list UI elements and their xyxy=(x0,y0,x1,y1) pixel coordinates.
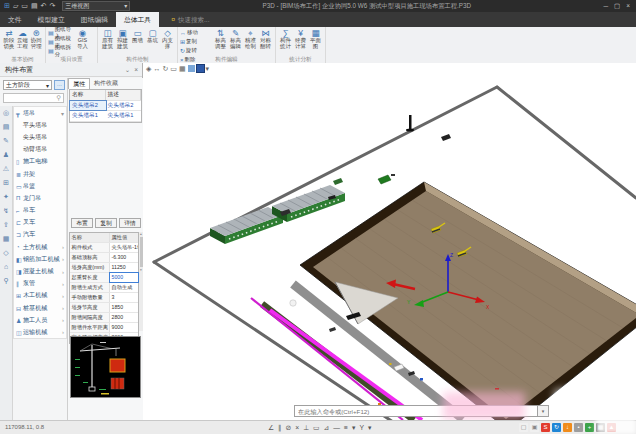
osnap-icon[interactable]: ∠ xyxy=(268,423,274,433)
ribbon-button[interactable]: ◉ GIS导入 xyxy=(75,28,90,55)
ribbon-button[interactable]: ▦ 平面图 xyxy=(308,28,323,55)
ribbon-small-button[interactable]: ↻ 旋转 xyxy=(180,46,199,55)
orbit-icon[interactable]: ↻ xyxy=(162,64,168,73)
osnap-icon[interactable]: ▾ xyxy=(368,423,371,433)
tree-item[interactable]: ⊐ 汽车 xyxy=(14,229,66,241)
tree-item[interactable]: ▭ 吊篮 xyxy=(14,180,66,192)
ribbon-button[interactable]: ◇ 内支撑 xyxy=(160,28,175,55)
osnap-icon[interactable]: ▾ xyxy=(352,423,355,433)
table-row[interactable]: 尖头塔吊1 尖头塔吊1 xyxy=(70,111,141,122)
ribbon-small-button[interactable]: ▤ 图纸拆分 xyxy=(48,46,75,55)
tree-item[interactable]: 平头塔吊 xyxy=(14,119,66,131)
open-file-icon[interactable]: ▭ xyxy=(21,1,28,11)
tree-item[interactable]: Π 龙门吊 xyxy=(14,192,66,204)
tray-icon[interactable]: ↻ xyxy=(552,423,561,432)
ribbon-button[interactable]: ⌖ 精准绘制 xyxy=(243,28,258,55)
tray-icon[interactable]: + xyxy=(585,423,594,432)
ribbon-button[interactable]: ✎ 标高编辑 xyxy=(228,28,243,55)
rail-icon[interactable]: ▤ xyxy=(3,120,10,134)
property-value[interactable]: 自动生成 xyxy=(110,283,138,292)
property-value[interactable]: 1850 xyxy=(110,303,138,312)
osnap-icon[interactable]: ⊿ xyxy=(324,423,330,433)
osnap-icon[interactable]: ▭ xyxy=(313,423,319,433)
osnap-icon[interactable]: ∥ xyxy=(278,423,281,433)
property-value[interactable]: 尖头塔吊-1塔 xyxy=(110,243,138,252)
green-panel[interactable] xyxy=(378,175,391,184)
rail-icon[interactable]: ⊞ xyxy=(3,176,9,190)
rail-icon[interactable]: ⌂ xyxy=(4,260,8,274)
osnap-icon[interactable]: ⊥ xyxy=(303,423,309,433)
save-icon[interactable]: ▤ xyxy=(31,1,38,11)
tree-item[interactable]: ▯ 施工电梯 xyxy=(14,156,66,168)
panel-collapse-icon[interactable]: ⌄ xyxy=(125,66,134,74)
ribbon-button[interactable]: ◫ 原有建筑 xyxy=(100,28,115,55)
ribbon-tab[interactable]: 图纸编辑 xyxy=(73,12,116,27)
tree-item[interactable]: ≣ 井架 xyxy=(14,168,66,180)
phase-selector-dropdown[interactable]: 土方阶段 ▾ xyxy=(3,80,52,90)
tab-favorites[interactable]: 构件收藏 xyxy=(90,78,122,89)
tree-item[interactable]: ◔ 土方机械 › xyxy=(14,241,66,253)
rail-icon[interactable]: ⚲ xyxy=(3,274,8,288)
flag-pole[interactable] xyxy=(406,115,414,132)
ribbon-button[interactable]: ⇅ 标高调整 xyxy=(213,28,228,55)
redo-icon[interactable]: ↷ xyxy=(49,1,55,11)
osnap-icon[interactable]: ≡ xyxy=(344,423,348,433)
phase-more-button[interactable]: ··· xyxy=(54,80,65,90)
action-button[interactable]: 复制 xyxy=(95,218,117,228)
osnap-icon[interactable]: Y xyxy=(359,423,364,433)
minimize-button[interactable]: ─ xyxy=(603,2,608,10)
tree-item[interactable]: 尖头塔吊 xyxy=(14,131,66,143)
rail-icon[interactable]: ⇪ xyxy=(3,218,9,232)
rail-icon[interactable]: ⚠ xyxy=(3,162,9,176)
tray-icon[interactable]: ▣ xyxy=(530,423,539,432)
ribbon-button[interactable]: ▭ 围墙 xyxy=(130,28,145,55)
view-2d-icon[interactable] xyxy=(188,65,195,72)
ribbon-button[interactable]: ¥ 经费计算 xyxy=(293,28,308,55)
small-dark-box[interactable] xyxy=(391,174,395,176)
tray-icon[interactable]: ↓ xyxy=(563,423,572,432)
ribbon-tab[interactable]: 文件 xyxy=(0,12,30,27)
tab-properties[interactable]: 属性 xyxy=(68,78,90,89)
action-button[interactable]: 布置 xyxy=(71,218,93,228)
tray-icon[interactable]: ▢ xyxy=(519,423,528,432)
ribbon-button[interactable]: ∑ 构件统计 xyxy=(278,28,293,55)
chevron-down-icon[interactable]: ▾ xyxy=(206,64,210,73)
ribbon-small-button[interactable]: ⊞ 复制 xyxy=(180,37,199,46)
ribbon-small-button[interactable]: ↔ 移动 xyxy=(180,28,199,37)
tree-item[interactable]: 动臂塔吊 xyxy=(14,144,66,156)
osnap-icon[interactable]: — xyxy=(333,423,340,433)
water-tank[interactable] xyxy=(290,300,296,306)
ribbon-button[interactable]: ⇄ 阶段切换 xyxy=(2,28,16,55)
ribbon-tab[interactable]: 总体工具 xyxy=(116,12,159,27)
osnap-icon[interactable]: × xyxy=(295,423,299,433)
tree-item[interactable]: ⊞ 木工机械 › xyxy=(14,290,66,302)
view-selector-dropdown[interactable]: 三维视图 ▾ xyxy=(62,1,130,11)
component-search-input[interactable]: ⚲ xyxy=(3,93,64,103)
property-value[interactable]: 5000 xyxy=(110,273,138,282)
ribbon-button[interactable]: ☁ 云端工程 xyxy=(16,28,30,55)
rail-icon[interactable]: ✦ xyxy=(3,190,9,204)
property-value[interactable]: 9000 xyxy=(110,323,138,332)
ribbon-button[interactable]: ▣ 拟建建筑 xyxy=(115,28,130,55)
property-value[interactable]: 2800 xyxy=(110,313,138,322)
close-button[interactable]: × xyxy=(626,2,630,10)
rail-icon[interactable]: ✎ xyxy=(3,134,9,148)
rail-icon[interactable]: ▦ xyxy=(3,232,10,246)
tree-item[interactable]: ⊟ 桩基机械 › xyxy=(14,302,66,314)
zoom-extents-icon[interactable]: ▦ xyxy=(179,64,186,73)
tray-icon[interactable]: S xyxy=(541,423,550,432)
tree-item[interactable]: ◧ 钢筋加工机械 › xyxy=(14,253,66,265)
command-dropdown-button[interactable]: ▾ xyxy=(538,405,549,417)
quick-search[interactable]: ¤ 快速搜索... xyxy=(171,12,209,27)
rail-icon[interactable]: ◎ xyxy=(3,106,9,120)
action-button[interactable]: 详情 xyxy=(119,218,141,228)
view-3d-icon[interactable] xyxy=(197,65,204,72)
tree-item[interactable]: ⊏ 叉车 xyxy=(14,217,66,229)
tray-icon[interactable]: • xyxy=(574,423,583,432)
maximize-button[interactable]: ▢ xyxy=(614,2,620,10)
ribbon-button[interactable]: ▢ 基坑 xyxy=(145,28,160,55)
property-value[interactable]: 11250 xyxy=(110,263,138,272)
ribbon-button[interactable]: ⋈ 对称翻转 xyxy=(258,28,273,55)
panel-close-icon[interactable]: × xyxy=(134,66,142,73)
compass-icon[interactable]: ◈ xyxy=(146,64,151,73)
